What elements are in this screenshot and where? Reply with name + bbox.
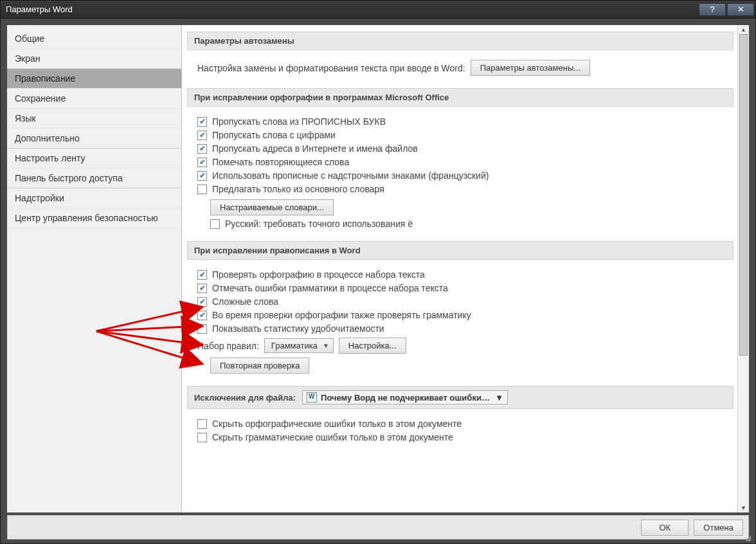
sidebar-item-trust-center[interactable]: Центр управления безопасностью: [7, 208, 181, 228]
ruleset-label: Набор правил:: [197, 341, 259, 351]
lbl-hide-spelling-errors: Скрыть орфографические ошибки только в э…: [212, 419, 462, 429]
sidebar-item-save[interactable]: Сохранение: [7, 89, 181, 109]
section-office-spell-header: При исправлении орфографии в программах …: [187, 88, 734, 107]
lbl-mark-grammar-typing: Отмечать ошибки грамматики в процессе на…: [212, 283, 448, 293]
chevron-down-icon: ▼: [323, 342, 329, 349]
scroll-up-arrow-icon[interactable]: ▲: [738, 25, 749, 34]
cb-check-grammar-with-spell[interactable]: [197, 311, 207, 320]
lbl-hide-grammar-errors: Скрыть грамматические ошибки только в эт…: [212, 432, 453, 442]
custom-dictionaries-button[interactable]: Настраиваемые словари...: [210, 199, 334, 215]
dialog-body: Общие Экран Правописание Сохранение Язык…: [1, 19, 755, 543]
grammar-settings-button[interactable]: Настройка...: [339, 338, 406, 354]
ruleset-combo[interactable]: Грамматика ▼: [264, 338, 334, 353]
lbl-complex-words: Сложные слова: [212, 296, 278, 307]
sidebar-item-display[interactable]: Экран: [7, 49, 181, 69]
cb-readability-stats[interactable]: [197, 324, 207, 334]
cb-check-spelling-typing[interactable]: [197, 270, 207, 280]
options-dialog: Параметры Word ? ✕ Общие Экран Правописа…: [0, 0, 756, 544]
cb-hide-spelling-errors[interactable]: [197, 419, 207, 429]
lbl-repeated-words: Помечать повторяющиеся слова: [212, 157, 349, 167]
cb-uppercase-words[interactable]: [197, 117, 207, 127]
lbl-check-grammar-with-spell: Во время проверки орфографии также прове…: [212, 310, 471, 320]
section-word-spell-header: При исправлении правописания в Word: [187, 241, 734, 260]
sidebar-item-proofing[interactable]: Правописание: [7, 69, 181, 89]
section-exceptions-header: Исключения для файла: Почему Ворд не под…: [187, 386, 734, 409]
scroll-down-arrow-icon[interactable]: ▼: [738, 503, 749, 512]
cb-repeated-words[interactable]: [197, 158, 207, 167]
content-frame: Общие Экран Правописание Сохранение Язык…: [7, 25, 749, 512]
word-document-icon: [307, 392, 317, 403]
ok-button[interactable]: ОК: [641, 520, 688, 536]
lbl-internet-addresses: Пропускать адреса в Интернете и имена фа…: [212, 143, 418, 154]
sidebar-item-quick-access[interactable]: Панель быстрого доступа: [7, 168, 181, 188]
lbl-words-with-numbers: Пропускать слова с цифрами: [212, 130, 336, 140]
lbl-readability-stats: Показывать статистику удобочитаемости: [212, 323, 384, 334]
vertical-scrollbar[interactable]: ▲ ▼: [737, 25, 749, 512]
lbl-uppercase-words: Пропускать слова из ПРОПИСНЫХ БУКВ: [212, 116, 386, 127]
close-icon: ✕: [737, 5, 744, 14]
lbl-check-spelling-typing: Проверять орфографию в процессе набора т…: [212, 269, 425, 280]
cb-complex-words[interactable]: [197, 297, 207, 307]
exceptions-file-combo[interactable]: Почему Ворд не подчеркивает ошибки кр...…: [302, 390, 508, 404]
sidebar: Общие Экран Правописание Сохранение Язык…: [7, 25, 182, 512]
cb-internet-addresses[interactable]: [197, 144, 207, 154]
cb-hide-grammar-errors[interactable]: [197, 433, 207, 442]
section-autocorrect-header: Параметры автозамены: [187, 32, 734, 50]
cb-mark-grammar-typing[interactable]: [197, 284, 207, 293]
chevron-down-icon: ▼: [495, 393, 503, 403]
cb-words-with-numbers[interactable]: [197, 131, 207, 140]
main-area: Параметры автозамены Настройка замены и …: [182, 25, 749, 512]
close-button[interactable]: ✕: [727, 3, 754, 16]
cb-main-dict-only[interactable]: [197, 185, 207, 194]
cb-french-accented[interactable]: [197, 171, 207, 181]
lbl-main-dict-only: Предлагать только из основного словаря: [212, 184, 384, 194]
help-icon: ?: [710, 5, 714, 14]
help-button[interactable]: ?: [699, 3, 726, 16]
cancel-button[interactable]: Отмена: [694, 520, 743, 536]
sidebar-item-customize-ribbon[interactable]: Настроить ленту: [7, 149, 181, 168]
titlebar: Параметры Word ? ✕: [1, 1, 755, 19]
scrollbar-thumb[interactable]: [739, 34, 748, 356]
sidebar-item-advanced[interactable]: Дополнительно: [7, 129, 181, 149]
autocorrect-desc: Настройка замены и форматирования текста…: [197, 63, 465, 73]
ruleset-value: Грамматика: [271, 341, 318, 350]
sidebar-item-general[interactable]: Общие: [7, 29, 181, 49]
main-scroll: Параметры автозамены Настройка замены и …: [182, 25, 737, 512]
exceptions-file-value: Почему Ворд не подчеркивает ошибки кр...: [321, 393, 491, 403]
exceptions-header-text: Исключения для файла:: [194, 393, 296, 403]
lbl-russian-yo: Русский: требовать точного использования…: [225, 219, 413, 229]
dialog-footer: ОК Отмена: [7, 515, 749, 539]
sidebar-item-addins[interactable]: Надстройки: [7, 188, 181, 208]
cb-russian-yo[interactable]: [210, 219, 220, 229]
recheck-document-button[interactable]: Повторная проверка: [210, 358, 309, 374]
window-title: Параметры Word: [6, 5, 73, 14]
lbl-french-accented: Использовать прописные с надстрочными зн…: [212, 170, 489, 181]
autocorrect-options-button[interactable]: Параметры автозамены...: [471, 60, 590, 76]
sidebar-item-language[interactable]: Язык: [7, 109, 181, 129]
resize-grip-icon[interactable]: ◢: [745, 533, 754, 542]
